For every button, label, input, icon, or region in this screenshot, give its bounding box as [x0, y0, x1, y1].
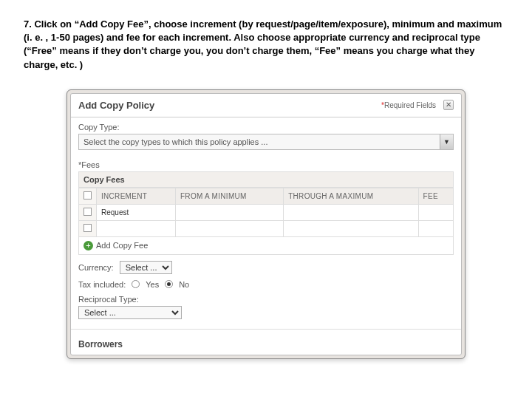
- copy-type-label: Copy Type:: [78, 123, 454, 132]
- cell-min[interactable]: [175, 220, 283, 236]
- add-copy-fee-label: Add Copy Fee: [96, 241, 148, 250]
- cell-increment[interactable]: Request: [97, 204, 176, 220]
- copy-type-select[interactable]: Select the copy types to which this poli…: [78, 134, 454, 150]
- col-increment: INCREMENT: [97, 188, 176, 204]
- currency-select[interactable]: Select ...: [120, 261, 172, 274]
- cell-max[interactable]: [284, 220, 418, 236]
- col-fee: FEE: [418, 188, 454, 204]
- table-row: Request: [79, 204, 454, 220]
- cell-fee[interactable]: [418, 204, 454, 220]
- dialog-header: Add Copy Policy *Required Fields ✕: [71, 94, 461, 117]
- tax-no-radio[interactable]: [165, 280, 173, 288]
- fees-label: *Fees: [78, 160, 454, 169]
- copy-fees-title: Copy Fees: [78, 171, 454, 188]
- instruction-text: 7. Click on “Add Copy Fee”, choose incre…: [24, 18, 508, 72]
- cell-increment[interactable]: [97, 220, 176, 236]
- cell-fee[interactable]: [418, 220, 454, 236]
- dialog-title: Add Copy Policy: [78, 100, 154, 111]
- borrowers-title: Borrowers: [78, 339, 123, 349]
- copy-fees-table: INCREMENT FROM A MINIMUM THROUGH A MAXIM…: [78, 188, 454, 237]
- col-min: FROM A MINIMUM: [175, 188, 283, 204]
- tax-no-label: No: [179, 280, 189, 289]
- currency-row: Currency: Select ...: [78, 261, 454, 274]
- reciprocal-select[interactable]: Select ...: [78, 306, 182, 319]
- tax-yes-radio[interactable]: [132, 280, 140, 288]
- fees-section: *Fees Copy Fees INCREMENT FROM A MINIMUM…: [71, 155, 461, 324]
- currency-label: Currency:: [78, 263, 114, 272]
- dialog-frame: Add Copy Policy *Required Fields ✕ Copy …: [66, 89, 466, 359]
- tax-row: Tax included: Yes No: [78, 280, 454, 289]
- required-fields-label: *Required Fields: [381, 101, 436, 109]
- row-checkbox[interactable]: [83, 224, 92, 232]
- copy-type-placeholder: Select the copy types to which this poli…: [83, 137, 267, 146]
- reciprocal-label: Reciprocal Type:: [78, 295, 139, 304]
- borrowers-section: Borrowers: [71, 334, 461, 355]
- tax-yes-label: Yes: [146, 280, 159, 289]
- table-header-row: INCREMENT FROM A MINIMUM THROUGH A MAXIM…: [79, 188, 454, 204]
- add-copy-fee-button[interactable]: + Add Copy Fee: [78, 237, 454, 255]
- cell-min[interactable]: [175, 204, 283, 220]
- table-row: [79, 220, 454, 236]
- tax-label: Tax included:: [78, 280, 126, 289]
- add-copy-policy-dialog: Add Copy Policy *Required Fields ✕ Copy …: [70, 93, 462, 355]
- copy-type-section: Copy Type: Select the copy types to whic…: [71, 117, 461, 155]
- dialog-header-right: *Required Fields ✕: [381, 100, 454, 110]
- row-checkbox[interactable]: [83, 208, 92, 216]
- chevron-down-icon: ▼: [440, 134, 453, 149]
- divider: [71, 329, 461, 330]
- close-icon[interactable]: ✕: [443, 100, 454, 110]
- cell-max[interactable]: [284, 204, 418, 220]
- checkbox-all[interactable]: [83, 191, 92, 200]
- reciprocal-row: Reciprocal Type: Select ...: [78, 295, 454, 319]
- col-max: THROUGH A MAXIMUM: [284, 188, 418, 204]
- col-checkbox: [79, 188, 97, 204]
- plus-icon: +: [83, 241, 93, 250]
